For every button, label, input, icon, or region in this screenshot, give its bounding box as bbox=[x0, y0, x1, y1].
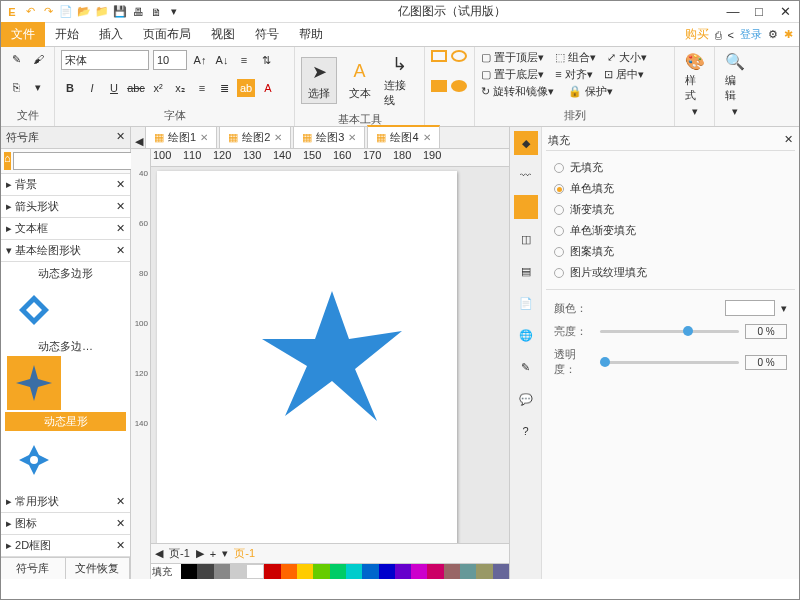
section-common[interactable]: 常用形状 bbox=[15, 495, 59, 507]
doc-icon[interactable]: 🗎 bbox=[149, 5, 163, 19]
format-painter-icon[interactable]: ✎ bbox=[7, 50, 25, 68]
fill-pattern[interactable]: 图案填充 bbox=[546, 241, 795, 262]
brightness-slider[interactable] bbox=[600, 330, 739, 333]
style-icon[interactable]: 🎨 bbox=[685, 52, 705, 71]
underline-button[interactable]: U bbox=[105, 79, 123, 97]
buy-link[interactable]: 购买 bbox=[685, 26, 709, 43]
fill-solid[interactable]: 单色填充 bbox=[546, 178, 795, 199]
login-link[interactable]: 登录 bbox=[740, 27, 762, 42]
settings-icon[interactable]: ⚙ bbox=[768, 28, 778, 41]
save-icon[interactable]: 💾 bbox=[113, 5, 127, 19]
opacity-value[interactable]: 0 % bbox=[745, 355, 787, 370]
brush-icon[interactable]: 🖌 bbox=[29, 50, 47, 68]
select-tool[interactable]: ➤选择 bbox=[301, 57, 337, 104]
group-button[interactable]: ⬚ 组合▾ bbox=[555, 50, 596, 65]
section-2d[interactable]: 2D框图 bbox=[15, 539, 51, 551]
folder-icon[interactable]: 📁 bbox=[95, 5, 109, 19]
shape-oval-fill-icon[interactable] bbox=[451, 80, 467, 92]
lefttab-symbols[interactable]: 符号库 bbox=[1, 558, 66, 579]
align-button[interactable]: ≡ 对齐▾ bbox=[555, 67, 592, 82]
page-next-icon[interactable]: ▶ bbox=[196, 547, 204, 560]
italic-button[interactable]: I bbox=[83, 79, 101, 97]
size-button[interactable]: ⤢ 大小▾ bbox=[607, 50, 647, 65]
fill-mono-gradient[interactable]: 单色渐变填充 bbox=[546, 220, 795, 241]
section-arrows[interactable]: 箭头形状 bbox=[15, 200, 59, 212]
undo-icon[interactable]: ↶ bbox=[23, 5, 37, 19]
shape-rect-fill-icon[interactable] bbox=[431, 80, 447, 92]
redo-icon[interactable]: ↷ bbox=[41, 5, 55, 19]
send-back-button[interactable]: ▢ 置于底层▾ bbox=[481, 67, 544, 82]
paste-icon[interactable]: ▾ bbox=[29, 78, 47, 96]
section-basic[interactable]: 基本绘图形状 bbox=[15, 244, 81, 256]
shape-oval-icon[interactable] bbox=[451, 50, 467, 62]
doctab-1[interactable]: ▦绘图1✕ bbox=[145, 126, 217, 148]
page-label[interactable]: 页-1 bbox=[169, 546, 190, 561]
fill-tab-icon[interactable]: ◆ bbox=[514, 131, 538, 155]
tab-layout[interactable]: 页面布局 bbox=[133, 22, 201, 47]
bring-front-button[interactable]: ▢ 置于顶层▾ bbox=[481, 50, 544, 65]
star-shape[interactable] bbox=[257, 281, 407, 431]
print-icon[interactable]: 🖶 bbox=[131, 5, 145, 19]
maximize-button[interactable]: □ bbox=[749, 4, 769, 19]
comment-tab-icon[interactable]: 💬 bbox=[514, 387, 538, 411]
close-button[interactable]: ✕ bbox=[775, 4, 795, 19]
shadow-tab-icon[interactable]: ◫ bbox=[514, 227, 538, 251]
copy-icon[interactable]: ⎘ bbox=[7, 78, 25, 96]
fill-picture[interactable]: 图片或纹理填充 bbox=[546, 262, 795, 283]
highlight-icon[interactable]: ab bbox=[237, 79, 255, 97]
align-center-icon[interactable]: ≣ bbox=[215, 79, 233, 97]
page-add-icon[interactable]: + bbox=[210, 548, 216, 560]
doctab-4[interactable]: ▦绘图4✕ bbox=[367, 125, 439, 148]
color-picker[interactable] bbox=[725, 300, 775, 316]
lineheight-icon[interactable]: ⇅ bbox=[257, 51, 275, 69]
new-icon[interactable]: 📄 bbox=[59, 5, 73, 19]
brightness-value[interactable]: 0 % bbox=[745, 324, 787, 339]
tab-view[interactable]: 视图 bbox=[201, 22, 245, 47]
help-tab-icon[interactable]: ? bbox=[514, 419, 538, 443]
opacity-slider[interactable] bbox=[600, 361, 739, 364]
share-icon[interactable]: < bbox=[728, 29, 734, 41]
layer-tab-icon[interactable]: ▤ bbox=[514, 259, 538, 283]
section-close-icon[interactable]: ✕ bbox=[116, 178, 125, 191]
shape-diamond[interactable] bbox=[7, 283, 61, 337]
edit-icon[interactable]: 🔍 bbox=[725, 52, 745, 71]
home-icon[interactable]: ⌂ bbox=[4, 152, 11, 170]
section-background[interactable]: 背景 bbox=[15, 178, 37, 190]
fontcolor-icon[interactable]: A bbox=[259, 79, 277, 97]
color-tab-icon[interactable] bbox=[514, 195, 538, 219]
protect-button[interactable]: 🔒 保护▾ bbox=[568, 84, 613, 99]
sub-icon[interactable]: x₂ bbox=[171, 79, 189, 97]
text-tab-icon[interactable]: ✎ bbox=[514, 355, 538, 379]
tab-insert[interactable]: 插入 bbox=[89, 22, 133, 47]
doctab-3[interactable]: ▦绘图3✕ bbox=[293, 126, 365, 148]
page[interactable] bbox=[157, 171, 457, 543]
increase-font-icon[interactable]: A↑ bbox=[191, 51, 209, 69]
rotate-button[interactable]: ↻ 旋转和镜像▾ bbox=[481, 84, 554, 99]
file-menu[interactable]: 文件 bbox=[1, 22, 45, 47]
color-swatches[interactable]: 填充 bbox=[151, 563, 509, 579]
shape-rect-icon[interactable] bbox=[431, 50, 447, 62]
tab-start[interactable]: 开始 bbox=[45, 22, 89, 47]
section-icons[interactable]: 图标 bbox=[15, 517, 37, 529]
center-button[interactable]: ⊡ 居中▾ bbox=[604, 67, 644, 82]
decrease-font-icon[interactable]: A↓ bbox=[213, 51, 231, 69]
fill-gradient[interactable]: 渐变填充 bbox=[546, 199, 795, 220]
web-tab-icon[interactable]: 🌐 bbox=[514, 323, 538, 347]
shape-dynamic-star[interactable] bbox=[7, 356, 61, 410]
tab-symbol[interactable]: 符号 bbox=[245, 22, 289, 47]
strike-button[interactable]: abc bbox=[127, 79, 145, 97]
minimize-button[interactable]: — bbox=[723, 4, 743, 19]
bold-button[interactable]: B bbox=[61, 79, 79, 97]
connector-tool[interactable]: ↳连接线 bbox=[382, 50, 418, 110]
page-tab-icon[interactable]: 📄 bbox=[514, 291, 538, 315]
page-prev-icon[interactable]: ◀ bbox=[155, 547, 163, 560]
canvas[interactable] bbox=[151, 167, 509, 543]
sup-icon[interactable]: x² bbox=[149, 79, 167, 97]
section-textbox[interactable]: 文本框 bbox=[15, 222, 48, 234]
tab-help[interactable]: 帮助 bbox=[289, 22, 333, 47]
open-icon[interactable]: 📂 bbox=[77, 5, 91, 19]
fill-panel-close-icon[interactable]: ✕ bbox=[784, 133, 793, 148]
line-tab-icon[interactable]: 〰 bbox=[514, 163, 538, 187]
fontsize-select[interactable] bbox=[153, 50, 187, 70]
tab-prev-icon[interactable]: ◀ bbox=[135, 135, 143, 148]
